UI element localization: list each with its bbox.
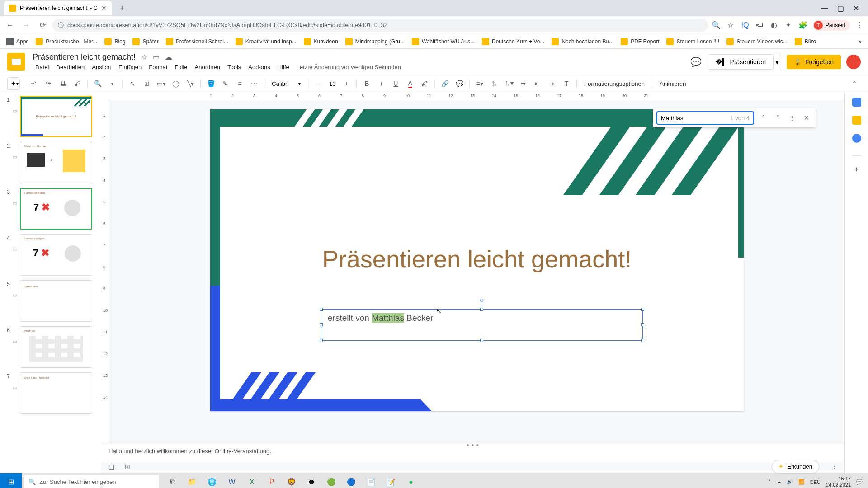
selected-textbox[interactable]: erstellt von Matthias Becker xyxy=(321,309,643,341)
resize-handle[interactable] xyxy=(480,308,483,311)
forward-button[interactable]: → xyxy=(20,19,33,32)
filmstrip-view-icon[interactable]: ▤ xyxy=(107,462,116,471)
chevron-right-icon[interactable]: › xyxy=(830,462,839,471)
slide-thumbnail-2[interactable]: Bilder und Grafiken→ xyxy=(20,142,92,183)
document-title[interactable]: Präsentieren leicht gemacht! xyxy=(33,52,136,62)
underline-button[interactable]: U xyxy=(389,77,402,90)
indent-increase-button[interactable]: ⇥ xyxy=(546,77,558,90)
menu-arrange[interactable]: Anordnen xyxy=(192,63,223,71)
back-button[interactable]: ← xyxy=(4,19,16,32)
explorer-icon[interactable]: 📁 xyxy=(183,473,202,488)
url-input[interactable]: ⓘ docs.google.com/presentation/d/1yV372S… xyxy=(52,19,708,32)
rotate-handle[interactable] xyxy=(480,299,483,302)
font-family-select[interactable]: Calibri▾ xyxy=(268,80,304,87)
present-dropdown[interactable]: ▾ xyxy=(774,54,781,70)
wifi-icon[interactable]: 📶 xyxy=(798,479,805,485)
redo-button[interactable]: ↷ xyxy=(42,77,55,90)
slide-thumbnail-1[interactable]: Präsentieren leicht gemacht! xyxy=(20,96,92,137)
bookmark-item[interactable]: Professionell Schrei... xyxy=(163,36,231,47)
onedrive-icon[interactable]: ☁ xyxy=(776,479,781,485)
resize-handle[interactable] xyxy=(641,308,644,311)
numbered-list-button[interactable]: ⒈▾ xyxy=(502,77,515,90)
image-tool[interactable]: ▭▾ xyxy=(155,77,168,90)
move-icon[interactable]: ▭ xyxy=(153,53,160,61)
line-tool[interactable]: ╲▾ xyxy=(184,77,197,90)
share-button[interactable]: 🔒 Freigeben xyxy=(787,55,841,69)
powerpoint-icon[interactable]: P xyxy=(262,473,281,488)
slides-logo-icon[interactable] xyxy=(7,53,25,71)
keep-icon[interactable] xyxy=(852,116,861,125)
bookmark-item[interactable]: Wahlfächer WU Aus... xyxy=(409,36,477,47)
slide-canvas[interactable]: Präsentieren leicht gemacht! erstellt vo… xyxy=(210,109,744,411)
comments-icon[interactable]: 💬 xyxy=(690,56,703,68)
menu-slide[interactable]: Folie xyxy=(172,63,190,71)
bold-button[interactable]: B xyxy=(360,77,373,90)
bookmark-item[interactable]: Blog xyxy=(102,36,128,47)
find-prev-button[interactable]: ˄ xyxy=(758,113,769,123)
resize-handle[interactable] xyxy=(641,339,644,342)
calendar-icon[interactable] xyxy=(852,98,861,107)
zoom-button[interactable]: 🔍 xyxy=(91,77,104,90)
notepad-icon[interactable]: 📝 xyxy=(382,473,401,488)
edge-icon[interactable]: 🌐 xyxy=(203,473,222,488)
new-tab-button[interactable]: + xyxy=(116,2,128,14)
tray-expand-icon[interactable]: ˄ xyxy=(768,479,771,485)
slide-thumbnail-3[interactable]: Formen einfügen7 ✖ xyxy=(20,188,92,230)
explore-button[interactable]: ✦Erkunden xyxy=(772,460,819,473)
maximize-icon[interactable]: ▢ xyxy=(837,4,844,13)
slide-thumbnail-5[interactable]: Ich bin Text! xyxy=(20,280,92,322)
italic-button[interactable]: I xyxy=(375,77,387,90)
site-info-icon[interactable]: ⓘ xyxy=(58,21,64,29)
browser-tab[interactable]: Präsentieren leicht gemacht! - G ✕ xyxy=(4,1,112,15)
vertical-ruler[interactable]: 1234567891011121314 xyxy=(101,100,109,444)
volume-icon[interactable]: 🔊 xyxy=(787,479,793,485)
bookmark-item[interactable]: Steuern Videos wic... xyxy=(724,36,790,47)
print-button[interactable]: 🖶 xyxy=(57,77,69,90)
find-more-button[interactable]: ⋮ xyxy=(787,113,797,123)
menu-view[interactable]: Ansicht xyxy=(89,63,114,71)
resize-handle[interactable] xyxy=(320,339,323,342)
select-tool[interactable]: ↖ xyxy=(126,77,139,90)
find-close-button[interactable]: ✕ xyxy=(801,113,812,123)
horizontal-ruler[interactable]: 123456789101112131415161718192021 xyxy=(101,92,844,100)
clock[interactable]: 15:17 24.02.2021 xyxy=(826,476,851,488)
clear-format-button[interactable]: T xyxy=(560,77,573,90)
add-addon-icon[interactable]: + xyxy=(852,165,861,174)
bookmark-item[interactable]: Produktsuche - Mer... xyxy=(33,36,100,47)
textbox-tool[interactable]: ⊞ xyxy=(141,77,153,90)
line-spacing-button[interactable]: ⇅ xyxy=(488,77,500,90)
indent-decrease-button[interactable]: ⇤ xyxy=(531,77,544,90)
font-size-decrease[interactable]: − xyxy=(312,77,325,90)
bookmark-item[interactable]: Kursideen xyxy=(301,36,341,47)
resize-handle[interactable] xyxy=(320,323,323,326)
chrome-menu-icon[interactable]: ⋮ xyxy=(855,21,864,30)
extension-icon[interactable]: ◐ xyxy=(769,21,778,30)
edge-icon[interactable]: 🔵 xyxy=(342,473,361,488)
bullet-list-button[interactable]: •▾ xyxy=(517,77,529,90)
menu-tools[interactable]: Tools xyxy=(225,63,244,71)
app-icon[interactable]: 🦁 xyxy=(282,473,301,488)
extensions-icon[interactable]: 🧩 xyxy=(798,21,807,30)
border-dash-button[interactable]: ⋯ xyxy=(248,77,260,90)
zoom-dropdown[interactable]: ▾ xyxy=(106,77,118,90)
bookmark-item[interactable]: Deutsche Kurs + Vo... xyxy=(479,36,547,47)
excel-icon[interactable]: X xyxy=(242,473,261,488)
resize-handle[interactable] xyxy=(641,323,644,326)
border-weight-button[interactable]: ≡ xyxy=(233,77,246,90)
taskbar-search[interactable]: 🔍 Zur Suche Text hier eingeben xyxy=(24,475,159,488)
profile-chip[interactable]: T Pausiert xyxy=(813,20,850,31)
border-color-button[interactable]: ✎ xyxy=(219,77,231,90)
font-size-increase[interactable]: + xyxy=(340,77,353,90)
bookmark-item[interactable]: Noch hochladen Bu... xyxy=(549,36,616,47)
bookmark-item[interactable]: Steuern Lesen !!!! xyxy=(664,36,722,47)
find-next-button[interactable]: ˅ xyxy=(772,113,783,123)
menu-edit[interactable]: Bearbeiten xyxy=(53,63,87,71)
grid-view-icon[interactable]: ⊞ xyxy=(123,462,132,471)
slide-thumbnail-6[interactable]: Mindmap xyxy=(20,326,92,368)
close-tab-icon[interactable]: ✕ xyxy=(101,5,107,12)
menu-format[interactable]: Format xyxy=(146,63,170,71)
extension-icon[interactable]: ✦ xyxy=(784,21,793,30)
app-icon[interactable]: 📄 xyxy=(362,473,381,488)
collapse-toolbar-icon[interactable]: ⌃ xyxy=(848,77,861,90)
new-slide-button[interactable]: +▾ xyxy=(7,77,20,90)
